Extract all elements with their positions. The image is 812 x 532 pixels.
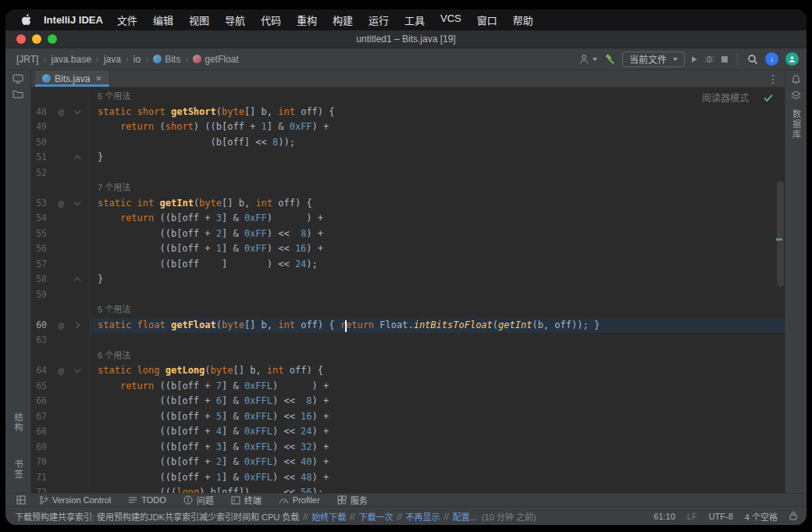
line-number[interactable]: 72 — [31, 485, 47, 493]
tool-window-terminal[interactable]: 终端 — [223, 494, 270, 506]
menu-item-构建[interactable]: 构建 — [325, 12, 361, 27]
line-separator[interactable]: LF — [687, 512, 697, 521]
file-encoding[interactable]: UTF-8 — [709, 512, 733, 521]
editor-gutter[interactable]: 70 — [31, 455, 90, 470]
breadcrumb-getFloat[interactable]: getFloat — [193, 54, 238, 65]
inspections-ok-icon[interactable] — [763, 93, 774, 102]
code-text[interactable]: (((long) b[off]) << 56); — [90, 485, 785, 493]
zoom-window-button[interactable] — [48, 34, 57, 44]
search-icon[interactable] — [747, 54, 758, 65]
line-number[interactable]: 53 — [31, 196, 47, 212]
usages-inlay-hint[interactable]: 6 个用法 — [98, 351, 130, 360]
line-number[interactable]: 49 — [31, 120, 47, 135]
window-title-bar[interactable]: untitled1 – Bits.java [19] — [5, 30, 807, 48]
line-number[interactable]: 63 — [31, 333, 47, 348]
code-text[interactable] — [90, 166, 785, 181]
editor-gutter[interactable]: 48@ — [31, 105, 90, 120]
line-number[interactable]: 60 — [31, 318, 47, 334]
usages-inlay-hint[interactable]: 5 个用法 — [98, 305, 130, 314]
line-number[interactable]: 59 — [31, 287, 47, 303]
breadcrumb-java[interactable]: java — [104, 54, 121, 65]
usage-hint[interactable]: 7 个用法 — [90, 180, 785, 196]
caret-position[interactable]: 61:10 — [654, 512, 675, 521]
tab-bits-java[interactable]: Bits.java ✕ — [35, 70, 110, 87]
line-number[interactable]: 57 — [31, 257, 47, 273]
read-only-lock-icon[interactable] — [789, 511, 797, 522]
code-text[interactable]: ((b[off + 3] & 0xFFL) << 32) + — [90, 440, 785, 455]
code-text[interactable]: return ((b[off + 7] & 0xFFL) ) + — [90, 379, 785, 395]
fold-down-icon[interactable] — [74, 199, 80, 205]
code-text[interactable] — [90, 333, 785, 348]
status-link-download-once[interactable]: 下载一次 — [358, 510, 393, 523]
editor-gutter[interactable]: 60@ — [31, 318, 90, 334]
menu-item-代码[interactable]: 代码 — [253, 12, 289, 27]
scrollbar-thumb[interactable] — [777, 181, 784, 287]
menu-item-编辑[interactable]: 编辑 — [145, 12, 181, 27]
editor-gutter[interactable]: 67 — [31, 409, 90, 425]
menu-item-窗口[interactable]: 窗口 — [469, 12, 505, 27]
line-number[interactable]: 50 — [31, 135, 47, 151]
line-number[interactable]: 69 — [31, 440, 47, 455]
breadcrumb-JRT[interactable]: [JRT] — [16, 54, 38, 65]
code-text[interactable]: ((b[off + 1] & 0xFF) << 16) + — [90, 241, 785, 257]
editor-gutter[interactable]: 56 — [31, 241, 90, 257]
apple-menu-icon[interactable] — [21, 14, 31, 26]
editor-gutter[interactable]: 58 — [31, 272, 90, 287]
indent-setting[interactable]: 4 个空格 — [745, 510, 778, 523]
menu-item-工具[interactable]: 工具 — [397, 12, 433, 27]
layers-icon[interactable] — [791, 91, 801, 100]
line-number[interactable]: 67 — [31, 409, 47, 425]
line-number[interactable]: 55 — [31, 227, 47, 242]
line-number[interactable]: 54 — [31, 211, 47, 227]
more-options-icon[interactable]: ⋮ — [761, 70, 785, 87]
editor-gutter[interactable]: 69 — [31, 440, 90, 455]
usage-hint[interactable]: 6 个用法 — [90, 89, 785, 105]
editor-gutter[interactable]: 68 — [31, 424, 90, 440]
line-number[interactable] — [31, 348, 47, 364]
editor-gutter[interactable]: 52 — [31, 166, 90, 181]
line-number[interactable]: 71 — [31, 470, 47, 486]
editor-gutter[interactable] — [31, 302, 90, 318]
status-link-configure[interactable]: 配置... — [453, 510, 477, 523]
close-window-button[interactable] — [16, 34, 26, 44]
line-number[interactable]: 52 — [31, 166, 47, 181]
breadcrumb-Bits[interactable]: Bits — [153, 54, 180, 65]
fold-down-icon[interactable] — [74, 366, 80, 373]
editor-gutter[interactable]: 72 — [31, 485, 90, 493]
code-text[interactable]: static short getShort(byte[] b, int off)… — [90, 105, 785, 120]
fold-down-icon[interactable] — [74, 108, 80, 114]
annotation-marker-icon[interactable]: @ — [53, 105, 69, 120]
code-text[interactable]: } — [90, 272, 785, 287]
reader-mode-label[interactable]: 阅读器模式 — [702, 91, 749, 107]
code-text[interactable] — [90, 287, 785, 303]
project-folder-icon[interactable] — [12, 90, 23, 98]
annotation-marker-icon[interactable]: @ — [53, 363, 69, 379]
editor-gutter[interactable]: 66 — [31, 394, 90, 409]
line-number[interactable]: 66 — [31, 394, 47, 409]
code-text[interactable]: ((b[off + 6] & 0xFFL) << 8) + — [90, 394, 785, 409]
fold-right-icon[interactable] — [73, 322, 80, 328]
editor-gutter[interactable]: 71 — [31, 470, 90, 486]
code-text[interactable]: return ((b[off + 3] & 0xFF) ) + — [90, 211, 785, 227]
line-number[interactable]: 68 — [31, 424, 47, 440]
code-text[interactable]: static long getLong(byte[] b, int off) { — [90, 363, 785, 379]
breadcrumb-java.base[interactable]: java.base — [51, 54, 91, 65]
code-text[interactable]: return (short) ((b[off + 1] & 0xFF) + — [90, 120, 785, 135]
stop-icon[interactable] — [721, 56, 728, 62]
code-text[interactable]: static float getFloat(byte[] b, int off)… — [90, 318, 785, 334]
code-text[interactable]: ((b[off + 5] & 0xFFL) << 16) + — [90, 409, 785, 425]
menu-item-VCS[interactable]: VCS — [433, 12, 469, 27]
editor-gutter[interactable]: 63 — [31, 333, 90, 348]
code-text[interactable]: ((b[off + 2] & 0xFF) << 8) + — [90, 227, 785, 242]
debug-icon[interactable] — [704, 54, 714, 64]
tool-window-version-control[interactable]: Version Control — [30, 495, 119, 505]
update-icon[interactable]: ↓ — [765, 52, 778, 66]
tool-window-services[interactable]: 服务 — [329, 494, 376, 506]
usage-hint[interactable]: 6 个用法 — [90, 348, 785, 364]
line-number[interactable]: 51 — [31, 150, 47, 166]
annotation-marker-icon[interactable]: @ — [53, 318, 69, 334]
minimize-window-button[interactable] — [32, 34, 41, 44]
breadcrumb-io[interactable]: io — [134, 54, 141, 65]
menu-item-帮助[interactable]: 帮助 — [505, 12, 541, 27]
editor-gutter[interactable]: 54 — [31, 211, 90, 227]
